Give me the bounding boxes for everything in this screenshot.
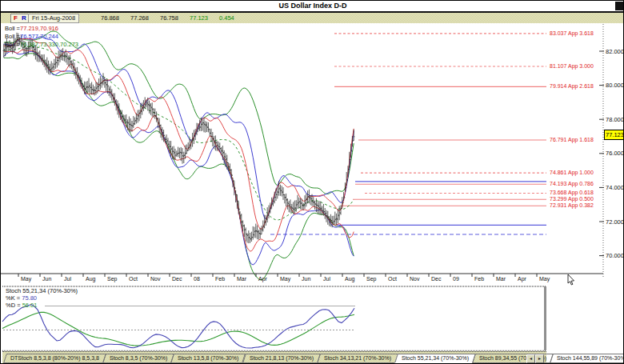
date-tick-label: Mar	[496, 276, 506, 282]
date-tick-label: Jun	[302, 276, 310, 282]
tab-stoch-34-13-21-70-30[interactable]: Stoch 34,13,21 (70%-30%)	[317, 354, 398, 363]
bollinger-label: Boll =76.577,70.244	[5, 33, 58, 40]
stoch-k-label: %K =	[6, 294, 20, 302]
date-tick-label: Apr	[518, 276, 526, 282]
price-tick-label: 80.000	[606, 82, 624, 89]
date-tick-label: Mar	[237, 276, 246, 282]
fib-level-label: 74.193 App 0.786	[550, 181, 594, 186]
indicator-tab-bar: DTStoch 8,5,3,8 (80%-20%) 8,5,3,8Stoch 8…	[2, 351, 546, 363]
fib-level-label: 73.668 App 0.618	[550, 190, 594, 195]
date-tick-label: Apr	[258, 276, 267, 282]
date-tick-label: Aug	[86, 276, 95, 282]
tab-scroll-left-button[interactable]: ◄	[526, 354, 535, 363]
fib-level-label: 76.791 App 1.618	[550, 137, 594, 142]
tab-stoch-8-3-5-70-30[interactable]: Stoch 8,3,5 (70%-30%)	[102, 354, 174, 363]
date-tick-label: May	[21, 276, 31, 282]
fib-level-label: 81.107 App 3.000	[550, 63, 594, 69]
app-window: US Dollar Index D-D F R Fri 15-Aug-2008 …	[0, 0, 624, 364]
bollinger-label: Boll =76.387,73.330,70.273	[5, 41, 78, 48]
date-tick-label: Sep	[366, 276, 376, 282]
date-tick-label: Aug	[345, 276, 354, 282]
date-tick-label: Nov	[410, 276, 419, 282]
tab-dtstoch-8-5-3-8-80-20-8-5-3-8[interactable]: DTStoch 8,5,3,8 (80%-20%) 8,5,3,8	[3, 354, 106, 363]
price-tick-label: 72.000	[606, 218, 624, 226]
fib-level-label: 79.914 App 2.618	[550, 83, 594, 89]
date-tick-label: Oct	[388, 276, 397, 282]
date-tick-label: Feb	[215, 276, 225, 282]
tab-stoch-144-55-89-70-30[interactable]: Stoch 144,55,89 (70%-30%)	[550, 354, 624, 363]
tab-stoch-13-5-8-70-30[interactable]: Stoch 13,5,8 (70%-30%)	[170, 354, 246, 363]
tab-stoch-21-8-13-70-30[interactable]: Stoch 21,8,13 (70%-30%)	[242, 354, 321, 363]
date-tick-label: Dec	[172, 276, 182, 282]
date-tick-label: 08	[194, 276, 200, 282]
date-tick-label: Nov	[150, 276, 160, 282]
price-tick-label: 78.000	[606, 116, 624, 123]
last-price-marker: 77.123	[604, 130, 624, 140]
price-tick-label: 70.000	[606, 252, 624, 259]
date-tick-label: May	[280, 276, 290, 282]
fib-level-label: 72.931 App 0.382	[550, 202, 594, 208]
stoch-d-readout: %D = 56.01	[6, 302, 37, 309]
tab-stoch-55-21-34-70-30[interactable]: Stoch 55,21,34 (70%-30%)	[394, 354, 476, 363]
fib-level-label: 73.299 App 0.500	[550, 196, 594, 202]
stoch-k-readout: %K = 75.80	[6, 294, 37, 302]
date-tick-label: 09	[453, 276, 459, 282]
price-tick-label: 76.000	[606, 150, 624, 157]
tab-scroll-right-button[interactable]: ►	[535, 354, 544, 363]
price-tick-label: 74.000	[606, 184, 624, 191]
date-tick-label: Jun	[42, 276, 51, 282]
date-tick-label: May	[539, 276, 550, 282]
fib-level-label: 83.037 App 3.618	[550, 30, 594, 36]
price-chart-svg	[1, 1, 624, 364]
date-tick-label: Jul	[64, 276, 71, 282]
date-tick-label: Oct	[129, 276, 138, 282]
bollinger-label: Boll =77.219,70.916	[5, 25, 58, 32]
date-tick-label: Feb	[474, 276, 484, 282]
price-tick-label: 82.000	[606, 48, 624, 55]
date-tick-label: Jul	[323, 276, 330, 282]
stoch-title: Stoch 55,21,34 (70%-30%)	[6, 287, 78, 294]
fib-level-label: 74.861 App 1.000	[550, 170, 594, 175]
date-tick-label: Sep	[107, 276, 117, 282]
stoch-k-value: 75.80	[22, 294, 37, 302]
stoch-d-label: %D =	[6, 302, 21, 309]
stoch-d-value: 56.01	[22, 302, 38, 309]
date-tick-label: Dec	[431, 276, 441, 282]
